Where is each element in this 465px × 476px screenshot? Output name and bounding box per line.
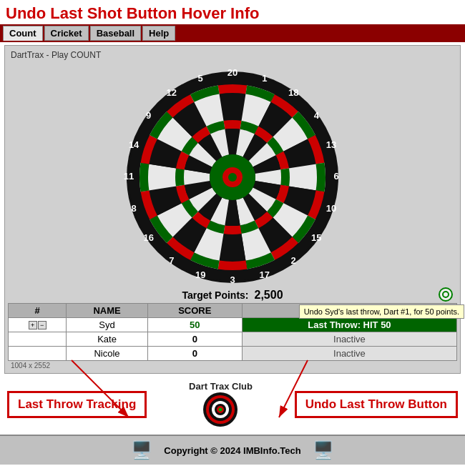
row-controls [9,347,67,361]
nav-bar: Count Cricket Baseball Help [0,24,465,42]
row-score: 50 [147,318,242,332]
dartclub-icon [202,392,238,427]
minus-btn[interactable]: − [38,321,46,329]
tab-baseball[interactable]: Baseball [90,26,141,41]
svg-text:19: 19 [195,269,205,280]
svg-point-5 [228,173,237,182]
dartclub-text: Dart Trax Club [189,381,253,392]
dartboard-container: // This won't execute inside SVG in this… [8,64,457,286]
row-controls: +− [9,318,67,332]
row-action: Inactive [242,347,456,361]
last-throw-label-box: Last Throw Tracking [7,391,147,418]
tab-count[interactable]: Count [3,26,43,41]
tab-cricket[interactable]: Cricket [44,26,89,41]
col-score: SCORE [147,304,242,318]
footer-copyright: Copyright © 2024 IMBInfo.Tech [164,445,300,456]
row-action: Inactive [242,332,456,347]
svg-text:3: 3 [230,274,235,285]
target-label: Target Points: [182,289,248,301]
page-title: Undo Last Shot Button Hover Info [0,0,465,24]
svg-text:14: 14 [129,139,140,150]
svg-point-32 [219,408,222,412]
table-row: Kate0Inactive [9,332,457,347]
row-score: 0 [147,347,242,361]
svg-text:1: 1 [262,73,267,84]
svg-text:17: 17 [260,269,270,280]
bottom-area: Last Throw Tracking Dart Trax Club Undo … [0,377,465,432]
table-row: Nicole0Inactive [9,347,457,361]
svg-text:4: 4 [314,110,320,121]
target-row: Target Points: 2,500 [8,289,457,302]
row-action: Last Throw: HIT 50 [242,318,456,332]
svg-text:11: 11 [124,171,134,182]
tab-help[interactable]: Help [142,26,175,41]
undo-button-label-box: Undo Last Throw Button [295,391,458,418]
row-name: Nicole [67,347,147,361]
svg-text:2: 2 [291,255,296,266]
row-controls [9,332,67,347]
col-action: ACTION [242,304,456,318]
undo-button[interactable] [439,287,453,302]
row-score: 0 [147,332,242,347]
target-value: 2,500 [255,289,283,302]
dartclub-center: Dart Trax Club [189,381,253,427]
svg-text:7: 7 [169,255,174,266]
main-content: DartTrax - Play COUNT // This won't exec… [4,45,461,374]
col-name: NAME [67,304,147,318]
score-table: # NAME SCORE ACTION +−Syd50Last Throw: H… [8,303,457,361]
footer: 🖥️ Copyright © 2024 IMBInfo.Tech 🖥️ [0,435,465,465]
table-row: +−Syd50Last Throw: HIT 50 [9,318,457,332]
svg-text:16: 16 [143,232,153,243]
target-row-wrapper: Target Points: 2,500 Undo Syd's last thr… [8,289,457,302]
plus-btn[interactable]: + [29,321,37,329]
footer-icon-right: 🖥️ [313,440,334,460]
resolution-label: 1004 x 2552 [8,361,457,370]
svg-text:20: 20 [227,67,238,78]
svg-text:15: 15 [311,232,321,243]
svg-text:5: 5 [198,73,203,84]
svg-text:6: 6 [333,171,338,182]
svg-text:12: 12 [167,87,177,98]
svg-text:13: 13 [326,139,336,150]
dartboard-label: DartTrax - Play COUNT [8,49,457,61]
footer-icon-left: 🖥️ [131,440,152,460]
col-num: # [9,304,67,318]
svg-text:8: 8 [131,203,136,214]
row-name: Syd [67,318,147,332]
svg-text:18: 18 [288,87,298,98]
undo-button-inner [442,291,449,298]
dartboard-svg: // This won't execute inside SVG in this… [104,64,361,286]
row-name: Kate [67,332,147,347]
svg-text:9: 9 [146,110,151,121]
svg-text:10: 10 [326,203,336,214]
